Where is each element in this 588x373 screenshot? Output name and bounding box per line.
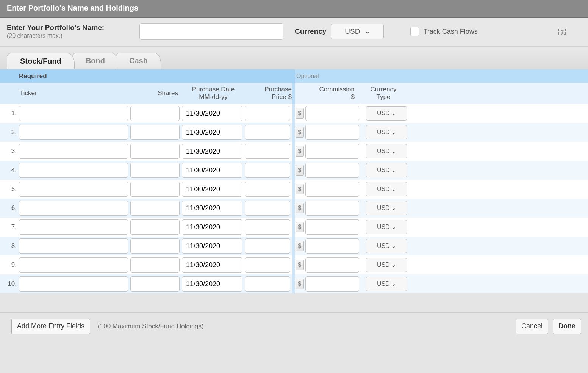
shares-input[interactable] [130, 219, 180, 235]
purchase-price-input[interactable] [245, 238, 290, 254]
track-cash-flows-checkbox[interactable] [410, 27, 419, 36]
purchase-date-input[interactable] [182, 238, 242, 254]
track-cash-flows-label: Track Cash Flows [423, 28, 477, 36]
chevron-down-icon: ⌄ [391, 224, 396, 230]
purchase-date-input[interactable] [182, 182, 242, 197]
row-number: 1. [0, 110, 19, 117]
purchase-price-input[interactable] [245, 182, 290, 197]
ticker-input[interactable] [19, 276, 128, 292]
ticker-input[interactable] [19, 238, 128, 254]
row-currency-select[interactable]: USD⌄ [366, 106, 407, 121]
done-button[interactable]: Done [553, 319, 581, 334]
max-holdings-note: (100 Maximum Stock/Fund Holdings) [98, 323, 204, 330]
purchase-date-input[interactable] [182, 201, 242, 216]
shares-input[interactable] [130, 257, 180, 273]
purchase-date-input[interactable] [182, 163, 242, 178]
row-currency-select[interactable]: USD⌄ [366, 239, 407, 253]
commission-input[interactable] [305, 276, 359, 292]
shares-input[interactable] [130, 163, 180, 178]
purchase-price-input[interactable] [245, 106, 290, 121]
dollar-icon: $ [296, 184, 304, 194]
portfolio-name-input[interactable] [139, 23, 283, 40]
holding-row: 10.$USD⌄ [0, 274, 588, 293]
ticker-input[interactable] [19, 106, 128, 121]
row-currency-select[interactable]: USD⌄ [366, 163, 407, 177]
row-number: 6. [0, 204, 19, 212]
purchase-date-input[interactable] [182, 257, 242, 273]
shares-input[interactable] [130, 276, 180, 292]
purchase-date-input[interactable] [182, 276, 242, 292]
tabs: Stock/FundBondCash [0, 46, 588, 69]
purchase-date-input[interactable] [182, 106, 242, 121]
holding-row: 5.$USD⌄ [0, 180, 588, 199]
row-currency-value: USD [377, 281, 390, 287]
col-currency-type: Currency Type [360, 83, 407, 104]
shares-input[interactable] [130, 144, 180, 159]
ticker-input[interactable] [19, 257, 128, 273]
ticker-input[interactable] [19, 219, 128, 235]
purchase-price-input[interactable] [245, 276, 290, 292]
row-currency-select[interactable]: USD⌄ [366, 201, 407, 215]
commission-input[interactable] [305, 238, 359, 254]
commission-input[interactable] [305, 106, 359, 121]
required-label: Required [0, 69, 295, 83]
shares-input[interactable] [130, 201, 180, 216]
row-currency-select[interactable]: USD⌄ [366, 125, 407, 139]
add-more-entry-fields-button[interactable]: Add More Entry Fields [11, 319, 90, 334]
shares-input[interactable] [130, 125, 180, 140]
commission-input[interactable] [305, 201, 359, 216]
row-currency-select[interactable]: USD⌄ [366, 258, 407, 272]
ticker-input[interactable] [19, 182, 128, 197]
chevron-down-icon: ⌄ [391, 281, 396, 287]
holding-row: 8.$USD⌄ [0, 237, 588, 255]
commission-input[interactable] [305, 219, 359, 235]
dollar-icon: $ [296, 260, 304, 270]
cancel-button[interactable]: Cancel [516, 319, 548, 334]
row-currency-value: USD [377, 262, 390, 268]
dollar-icon: $ [296, 127, 304, 138]
commission-input[interactable] [305, 163, 359, 178]
commission-input[interactable] [305, 182, 359, 197]
purchase-price-input[interactable] [245, 125, 290, 140]
holding-row: 9.$USD⌄ [0, 255, 588, 274]
chevron-down-icon: ⌄ [391, 148, 396, 154]
tab-bond[interactable]: Bond [72, 53, 118, 69]
ticker-input[interactable] [19, 144, 128, 159]
holding-row: 4.$USD⌄ [0, 161, 588, 180]
shares-input[interactable] [130, 238, 180, 254]
purchase-price-input[interactable] [245, 219, 290, 235]
row-currency-select[interactable]: USD⌄ [366, 182, 407, 196]
purchase-price-input[interactable] [245, 163, 290, 178]
purchase-date-input[interactable] [182, 219, 242, 235]
purchase-price-input[interactable] [245, 144, 290, 159]
ticker-input[interactable] [19, 201, 128, 216]
commission-input[interactable] [305, 144, 359, 159]
row-currency-select[interactable]: USD⌄ [366, 144, 407, 158]
row-number: 4. [0, 166, 19, 174]
holding-row: 6.$USD⌄ [0, 199, 588, 218]
ticker-input[interactable] [19, 125, 128, 140]
help-icon[interactable]: ? [558, 28, 566, 35]
shares-input[interactable] [130, 106, 180, 121]
ticker-input[interactable] [19, 163, 128, 178]
purchase-date-input[interactable] [182, 144, 242, 159]
row-number: 7. [0, 223, 19, 231]
commission-input[interactable] [305, 125, 359, 140]
holding-row: 3.$USD⌄ [0, 142, 588, 161]
tab-cash[interactable]: Cash [116, 53, 161, 69]
col-purchase-price: Purchase Price $ [245, 86, 292, 101]
commission-input[interactable] [305, 257, 359, 273]
tab-stock-fund[interactable]: Stock/Fund [7, 53, 75, 69]
purchase-price-input[interactable] [245, 201, 290, 216]
currency-select[interactable]: USD ⌄ [331, 24, 384, 39]
row-currency-select[interactable]: USD⌄ [366, 277, 407, 291]
dollar-icon: $ [296, 146, 304, 157]
chevron-down-icon: ⌄ [391, 205, 396, 211]
holding-row: 2.$USD⌄ [0, 123, 588, 142]
chevron-down-icon: ⌄ [391, 243, 396, 249]
shares-input[interactable] [130, 182, 180, 197]
purchase-date-input[interactable] [182, 125, 242, 140]
purchase-price-input[interactable] [245, 257, 290, 273]
row-currency-select[interactable]: USD⌄ [366, 220, 407, 234]
row-currency-value: USD [377, 205, 390, 212]
